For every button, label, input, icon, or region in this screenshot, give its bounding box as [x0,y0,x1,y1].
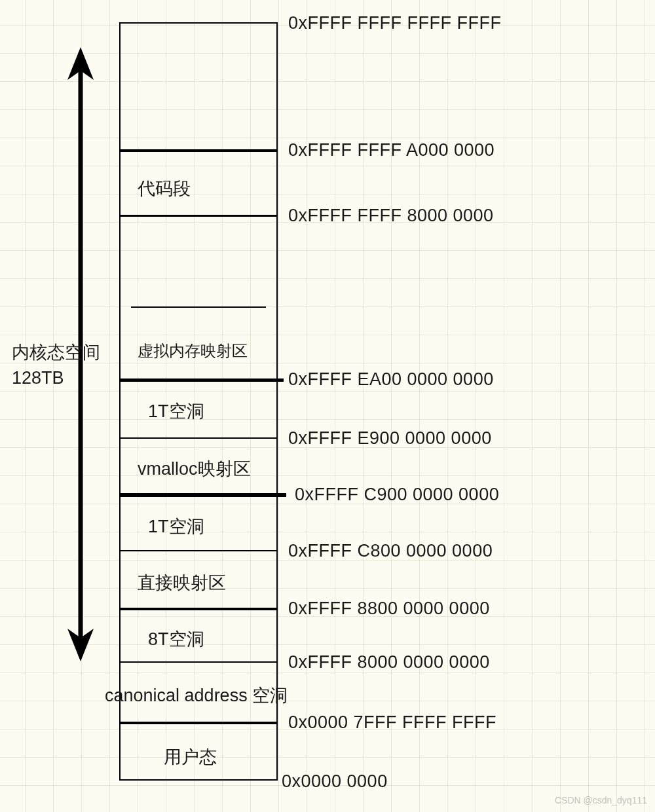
addr-ffff-ffff-a000-0000: 0xFFFF FFFF A000 0000 [288,140,495,160]
region-vmem-map: 虚拟内存映射区 [138,341,248,361]
region-1t-hole-b: 1T空洞 [148,515,204,538]
addr-0000-7fff: 0x0000 7FFF FFFF FFFF [288,712,496,733]
addr-ffff-8800: 0xFFFF 8800 0000 0000 [288,599,490,619]
kernel-space-range-arrow [0,0,655,812]
kernel-space-label-line1: 内核态空间 [12,341,100,364]
divider-top [120,22,277,24]
addr-ffff-c900: 0xFFFF C900 0000 0000 [295,485,499,505]
divider-c900 [120,493,286,497]
kernel-space-label-block: 内核态空间 128TB [12,341,100,388]
watermark: CSDN @csdn_dyq111 [555,795,647,805]
divider-7fff [120,722,277,724]
kernel-space-label-line2: 128TB [12,368,100,388]
region-canonical-hole: canonical address 空洞 [105,684,288,707]
divider-e900 [120,437,277,439]
divider-c800 [120,550,277,551]
divider-8000 [120,215,277,217]
divider-ea00 [120,378,284,382]
region-8t-hole: 8T空洞 [148,627,204,651]
region-direct-map: 直接映射区 [138,571,226,595]
addr-ffff-ea00: 0xFFFF EA00 0000 0000 [288,369,494,390]
addr-ffff-ffff-ffff-ffff: 0xFFFF FFFF FFFF FFFF [288,13,501,33]
region-1t-hole-a: 1T空洞 [148,399,204,423]
divider-8000k [120,661,277,663]
addr-ffff-ffff-8000-0000: 0xFFFF FFFF 8000 0000 [288,206,494,226]
region-code-segment: 代码段 [138,177,191,200]
divider-8800 [120,608,277,610]
region-user-space: 用户态 [164,745,217,769]
region-vmalloc: vmalloc映射区 [138,457,251,481]
divider-inner-vmem-top [131,306,266,308]
addr-ffff-e900: 0xFFFF E900 0000 0000 [288,428,492,449]
addr-ffff-8000: 0xFFFF 8000 0000 0000 [288,652,490,673]
divider-bottom [120,779,277,781]
addr-0000-0000: 0x0000 0000 [282,771,388,792]
divider-a000 [120,149,277,152]
addr-ffff-c800: 0xFFFF C800 0000 0000 [288,541,493,561]
